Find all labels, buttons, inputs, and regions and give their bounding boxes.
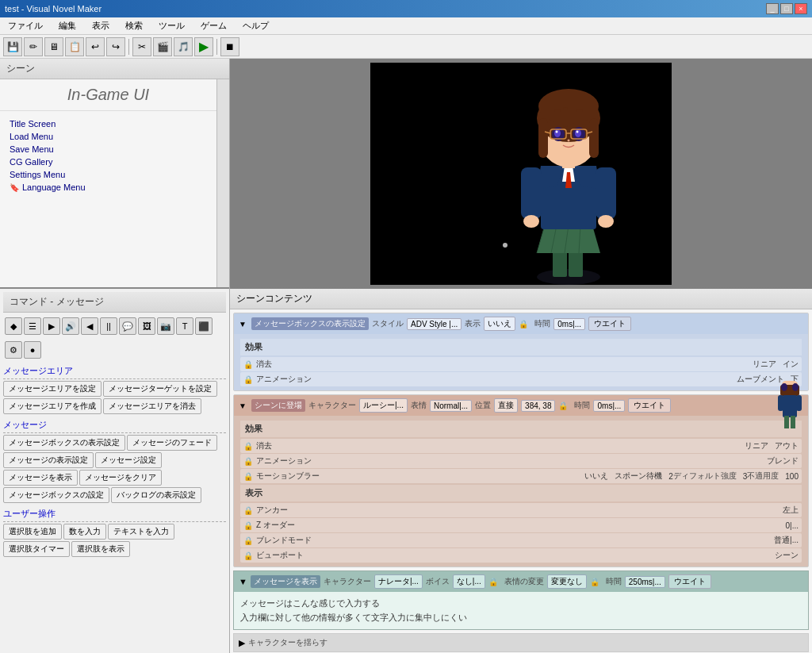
undo-button[interactable]: ↩	[86, 37, 105, 56]
cmd-btn-input-text[interactable]: テキストを入力	[108, 524, 174, 540]
shake-header[interactable]: ▶ キャラクターを揺らす	[234, 634, 808, 651]
collapse-icon[interactable]: ▼	[239, 320, 248, 328]
cmd-icon-camera[interactable]: 📷	[157, 317, 174, 335]
block-enter-body: 効果 🔒 消去 リニア アウト 🔒 アニメーション ブレンド 🔒 モ	[234, 416, 808, 567]
lock-anim2: 🔒	[243, 457, 253, 466]
svg-point-22	[538, 89, 599, 124]
toolbar-separator2	[216, 39, 217, 55]
scene-item-title-screen[interactable]: Title Screen	[10, 117, 207, 130]
edit-button[interactable]: ✏	[24, 37, 43, 56]
block-msgbox-header[interactable]: ▼ メッセージボックスの表示設定 スタイル ADV Style |... 表示 …	[234, 313, 808, 334]
cmd-btn-set-area[interactable]: メッセージエリアを設定	[3, 381, 102, 397]
close-button[interactable]: ×	[795, 3, 807, 14]
effect-name-anim1: アニメーション	[256, 374, 730, 385]
field-msg-char: ナレータ|...	[374, 574, 423, 589]
lock-viewport: 🔒	[243, 551, 253, 560]
menu-help[interactable]: ヘルプ	[238, 18, 274, 33]
cmd-btn-clear-msg[interactable]: メッセージをクリア	[79, 470, 162, 486]
cmd-btn-clear-area[interactable]: メッセージエリアを消去	[103, 398, 201, 414]
svg-rect-20	[538, 118, 548, 158]
cmd-btn-msg-setting[interactable]: メッセージ設定	[95, 452, 162, 468]
music-button[interactable]: 🎵	[174, 37, 193, 56]
lock-motion: 🔒	[243, 472, 253, 481]
cmd-btn-add-choice[interactable]: 選択肢を追加	[3, 524, 62, 540]
msg-header[interactable]: ▼ メッセージを表示 キャラクター ナレータ|... ボイス なし|... 🔒 …	[234, 571, 808, 592]
menu-search[interactable]: 検索	[121, 18, 147, 33]
svg-point-37	[568, 140, 570, 142]
cmd-icon-block[interactable]: ⬛	[195, 317, 213, 335]
scene-scrollbar[interactable]	[216, 79, 229, 287]
block-enter-header[interactable]: ▼ シーンに登場 キャラクター ルーシー|... 表情 Normal|... 位…	[234, 395, 808, 416]
cmd-icon-diamond[interactable]: ◆	[5, 317, 22, 335]
scene-item-cg-gallery[interactable]: CG Gallery	[10, 156, 207, 168]
field-display-value: いいえ	[484, 317, 515, 331]
collapse-icon-shake[interactable]: ▶	[239, 638, 245, 648]
cmd-icon-list[interactable]: ☰	[24, 317, 41, 335]
wait-button-msg[interactable]: ウエイト	[668, 574, 711, 589]
svg-rect-42	[778, 395, 783, 411]
collapse-icon-msg[interactable]: ▼	[239, 577, 247, 586]
block-msgbox-body: 効果 🔒 消去 リニア イン 🔒 アニメーション ムーブメント 下	[234, 334, 808, 390]
menu-file[interactable]: ファイル	[3, 18, 48, 33]
section-title-effects2: 効果	[240, 421, 802, 437]
cut-button[interactable]: ✂	[132, 37, 151, 56]
lock-anchor: 🔒	[243, 506, 253, 515]
cmd-btn-set-target[interactable]: メッセージターゲットを設定	[103, 381, 217, 397]
lock-blend: 🔒	[243, 536, 253, 545]
cmd-btn-msg-disp-setting[interactable]: メッセージの表示設定	[3, 452, 94, 468]
cmd-icon-sound[interactable]: 🔊	[62, 317, 79, 335]
menu-edit[interactable]: 編集	[54, 18, 81, 33]
scene-item-load-menu[interactable]: Load Menu	[10, 130, 207, 143]
cmd-btn-msg-fade[interactable]: メッセージのフェード	[127, 435, 217, 451]
cmd-icon-circle[interactable]: ●	[24, 341, 41, 359]
effect-row-blend: 🔒 ブレンドモード 普通|...	[240, 533, 802, 547]
cmd-icon-pause[interactable]: ||	[100, 317, 117, 335]
menu-tools[interactable]: ツール	[154, 18, 190, 33]
play-button[interactable]: ▶	[194, 37, 213, 56]
preview-viewport	[370, 63, 672, 285]
redo-button[interactable]: ↪	[106, 37, 125, 56]
effect-inapplicable: 100	[785, 472, 799, 481]
effect-val-out: アウト	[775, 440, 799, 451]
cmd-icon-text[interactable]: T	[176, 317, 193, 335]
cmd-btn-input-num[interactable]: 数を入力	[63, 524, 106, 540]
save-button[interactable]: 💾	[3, 37, 22, 56]
scene-item-save-menu[interactable]: Save Menu	[10, 143, 207, 156]
lock-zorder: 🔒	[243, 521, 253, 530]
cmd-btn-show-choice[interactable]: 選択肢を表示	[71, 541, 130, 557]
scene-item-language-menu[interactable]: Language Menu	[10, 181, 207, 194]
scene-title: In-Game UI	[0, 79, 216, 111]
menu-view[interactable]: 表示	[87, 18, 114, 33]
mini-character-thumbnail	[778, 381, 802, 430]
effect-val-topleft: 左上	[783, 505, 799, 516]
lock-anim1: 🔒	[243, 375, 253, 384]
maximize-button[interactable]: □	[780, 3, 793, 14]
lock-expression-change: 🔒	[488, 578, 498, 586]
cmd-btn-msgbox-show[interactable]: メッセージボックスの表示設定	[3, 435, 125, 451]
cmd-btn-create-area[interactable]: メッセージエリアを作成	[3, 398, 102, 414]
stop-button[interactable]: ⏹	[220, 37, 239, 56]
cmd-icon-image[interactable]: 🖼	[138, 317, 155, 335]
scene-button[interactable]: 🎬	[153, 37, 172, 56]
effect-val-linear2: リニア	[745, 440, 768, 451]
scene-item-settings-menu[interactable]: Settings Menu	[10, 168, 207, 181]
cmd-btn-show-msg[interactable]: メッセージを表示	[3, 470, 78, 486]
cmd-btn-msgbox-setting[interactable]: メッセージボックスの設定	[3, 487, 109, 503]
collapse-icon-enter[interactable]: ▼	[239, 401, 248, 410]
effect-row-viewport: 🔒 ビューポート シーン	[240, 548, 802, 563]
svg-point-38	[503, 243, 508, 248]
cmd-icon-chat[interactable]: 💬	[119, 317, 136, 335]
screen-button[interactable]: 🖥	[44, 37, 63, 56]
copy-button[interactable]: 📋	[65, 37, 84, 56]
minimize-button[interactable]: _	[766, 3, 779, 14]
cmd-btn-backlog[interactable]: バックログの表示設定	[111, 487, 201, 503]
cmd-btn-choice-timer[interactable]: 選択肢タイマー	[3, 541, 70, 557]
wait-button-enter[interactable]: ウエイト	[628, 398, 671, 413]
svg-rect-44	[784, 416, 789, 428]
block-enter-scene: ▼ シーンに登場 キャラクター ルーシー|... 表情 Normal|... 位…	[233, 394, 809, 567]
cmd-icon-gear[interactable]: ⚙	[5, 341, 22, 359]
menu-game[interactable]: ゲーム	[196, 18, 232, 33]
wait-button-msgbox[interactable]: ウエイト	[588, 317, 631, 331]
cmd-icon-play[interactable]: ▶	[43, 317, 60, 335]
cmd-icon-back[interactable]: ◀	[81, 317, 98, 335]
